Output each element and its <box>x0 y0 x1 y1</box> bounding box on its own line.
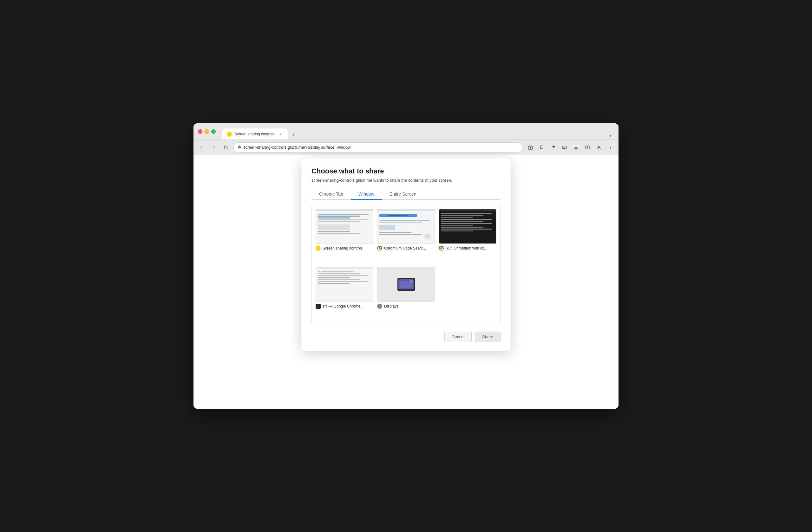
menu-icon[interactable] <box>606 143 615 152</box>
tab-entire-screen[interactable]: Entire Screen <box>382 189 424 199</box>
window-preview-1 <box>316 209 373 244</box>
window-favicon-4 <box>316 304 321 309</box>
svg-point-10 <box>317 247 320 250</box>
dialog-footer: Cancel Share <box>311 331 501 342</box>
tab-close-button[interactable]: × <box>278 132 283 137</box>
share-button[interactable]: Share <box>475 331 501 342</box>
window-name-5: Displays <box>384 304 398 309</box>
download-icon[interactable] <box>571 143 580 152</box>
window-preview-5 <box>377 267 435 302</box>
extensions-icon[interactable] <box>549 143 557 152</box>
window-label-3: Run Chromium with co... <box>439 246 496 251</box>
share-dialog: Choose what to share screen-sharing-cont… <box>301 158 511 351</box>
profile-icon[interactable] <box>594 143 603 152</box>
window-label-4: src — Google Chrome... <box>316 304 373 309</box>
browser-window: Screen sharing controls × + ▾ screen-sha… <box>193 123 619 409</box>
monitor-shape <box>397 278 415 291</box>
tab-favicon <box>227 132 232 137</box>
tab-window[interactable]: Window <box>351 189 382 199</box>
svg-rect-1 <box>238 147 241 148</box>
dialog-subtitle: screen-sharing-controls.glitch.me wants … <box>311 178 501 182</box>
window-preview-3 <box>439 209 496 244</box>
svg-point-8 <box>610 147 611 148</box>
share-page-icon[interactable] <box>526 143 535 152</box>
minimize-traffic-light[interactable] <box>205 129 209 134</box>
reload-button[interactable] <box>221 143 230 152</box>
svg-point-9 <box>610 148 611 149</box>
svg-point-0 <box>228 133 231 135</box>
dialog-title: Choose what to share <box>311 167 501 175</box>
window-preview-2 <box>377 209 435 244</box>
window-label-5: Displays <box>377 304 435 309</box>
window-name-3: Run Chromium with co... <box>446 246 487 250</box>
page-content: Choose what to share screen-sharing-cont… <box>193 155 619 409</box>
maximize-traffic-light[interactable] <box>211 129 216 134</box>
window-name-4: src — Google Chrome... <box>322 304 363 309</box>
traffic-lights <box>198 129 216 134</box>
address-text: screen-sharing-controls.glitch.me/?displ… <box>243 145 351 150</box>
tabs-area: Screen sharing controls × + ▾ <box>219 123 614 139</box>
close-traffic-light[interactable] <box>198 129 202 134</box>
window-grid: Screen sharing controls <box>311 205 501 325</box>
window-label-2: Chromium Code Searc... <box>377 246 435 251</box>
tab-title: Screen sharing controls <box>234 132 274 136</box>
new-tab-button[interactable]: + <box>289 131 298 139</box>
window-label-1: Screen sharing controls <box>316 246 373 251</box>
address-bar: screen-sharing-controls.glitch.me/?displ… <box>193 140 619 155</box>
window-item-5[interactable]: Displays <box>377 267 435 321</box>
window-name-2: Chromium Code Searc... <box>384 246 426 250</box>
address-field[interactable]: screen-sharing-controls.glitch.me/?displ… <box>233 142 523 152</box>
window-favicon-2 <box>377 246 382 251</box>
svg-point-7 <box>610 146 611 147</box>
active-tab[interactable]: Screen sharing controls × <box>222 128 288 139</box>
window-favicon-1 <box>316 246 321 251</box>
window-item-2[interactable]: Chromium Code Searc... <box>377 209 435 263</box>
window-favicon-5 <box>377 304 382 309</box>
screen-shape <box>398 279 414 290</box>
toolbar-icons <box>526 143 615 152</box>
window-favicon-3 <box>439 246 444 251</box>
window-item-4[interactable]: src — Google Chrome... <box>316 267 373 321</box>
back-button[interactable] <box>197 143 206 152</box>
window-item-3[interactable]: Run Chromium with co... <box>439 209 496 263</box>
lock-icon <box>237 145 241 150</box>
tab-list-button[interactable]: ▾ <box>607 132 614 139</box>
window-name-1: Screen sharing controls <box>322 246 363 250</box>
chromecast-icon[interactable] <box>560 143 569 152</box>
window-preview-4 <box>316 267 373 302</box>
tab-chrome-tab[interactable]: Chrome Tab <box>311 189 351 199</box>
bookmark-icon[interactable] <box>537 143 546 152</box>
cancel-button[interactable]: Cancel <box>444 331 472 342</box>
split-screen-icon[interactable] <box>583 143 592 152</box>
title-bar: Screen sharing controls × + ▾ <box>193 123 619 140</box>
dialog-overlay: Choose what to share screen-sharing-cont… <box>193 155 619 409</box>
window-item-1[interactable]: Screen sharing controls <box>316 209 373 263</box>
share-tabs: Chrome Tab Window Entire Screen <box>311 189 501 200</box>
forward-button[interactable] <box>209 143 218 152</box>
